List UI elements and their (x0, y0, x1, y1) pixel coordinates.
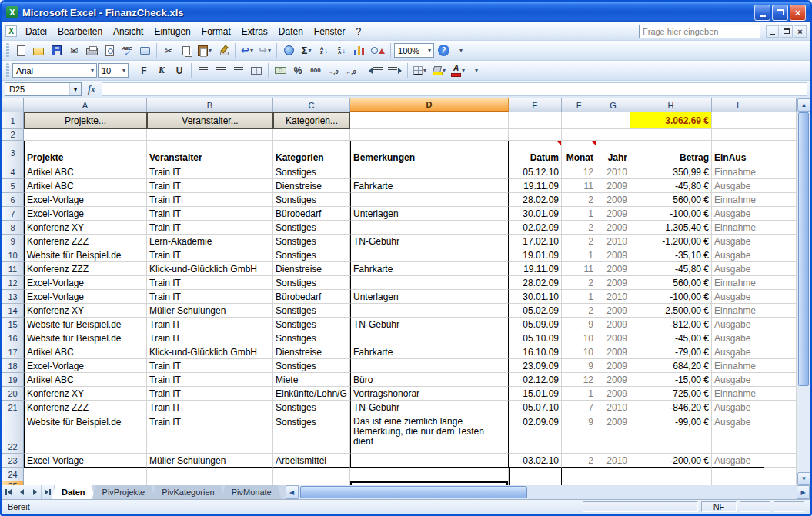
cell-kategorie-20[interactable]: Einkünfte/Lohn/G (273, 387, 350, 401)
cell-kategorie-16[interactable]: Sonstiges (273, 331, 350, 345)
cell-einaus-17[interactable]: Ausgabe (712, 345, 764, 359)
row-header-19[interactable]: 19 (2, 373, 24, 387)
insert-function-button[interactable]: fx (85, 84, 99, 95)
cell-veranstalter-9[interactable]: Lern-Akademie (147, 235, 273, 248)
row-header-3[interactable]: 3 (2, 141, 24, 165)
cell-filler-2[interactable] (764, 129, 797, 141)
cell-bemerkung-7[interactable]: Unterlagen (350, 207, 509, 221)
row-header-7[interactable]: 7 (2, 207, 24, 221)
cell-filler-1[interactable] (764, 112, 797, 129)
cell-einaus-5[interactable]: Ausgabe (712, 179, 764, 193)
select-all-button[interactable] (2, 98, 24, 112)
paste-button[interactable]: ▾ (195, 42, 214, 59)
cell-veranstalter-10[interactable]: Train IT (147, 248, 273, 262)
cell-filler-3[interactable] (764, 141, 797, 165)
cell-kategorie-19[interactable]: Miete (273, 373, 350, 387)
cell-kategorie-5[interactable]: Dienstreise (273, 179, 350, 193)
cell-datum-21[interactable]: 05.07.10 (509, 401, 562, 414)
cell-bemerkung-14[interactable] (350, 304, 509, 318)
row-header-1[interactable]: 1 (2, 112, 24, 129)
header-betrag[interactable]: Betrag (630, 141, 712, 165)
cell-betrag-7[interactable]: -100,00 € (630, 207, 712, 221)
hyperlink-button[interactable] (280, 42, 297, 59)
cell-monat-17[interactable]: 10 (562, 345, 596, 359)
help-button[interactable] (435, 42, 452, 59)
close-button[interactable]: × (790, 5, 806, 21)
cell-jahr-19[interactable]: 2009 (596, 373, 630, 387)
cell-kategorie-11[interactable]: Dienstreise (273, 262, 350, 276)
vertical-scrollbar-thumb[interactable] (798, 112, 809, 386)
cell-filler-10[interactable] (764, 248, 797, 262)
cell-filler-5[interactable] (764, 179, 797, 193)
cell-veranstalter-18[interactable]: Train IT (147, 359, 273, 373)
new-button[interactable] (12, 42, 29, 59)
cell-kategorie-12[interactable]: Sonstiges (273, 276, 350, 290)
column-header-C[interactable]: C (273, 98, 350, 112)
cell-kategorie-8[interactable]: Sonstiges (273, 221, 350, 235)
cell-monat-10[interactable]: 1 (562, 248, 596, 262)
cell-jahr-15[interactable]: 2009 (596, 318, 630, 331)
row-header-4[interactable]: 4 (2, 165, 24, 179)
column-header-I[interactable]: I (712, 98, 764, 112)
font-select[interactable]: Arial▾ (12, 63, 97, 78)
cell-einaus-19[interactable]: Ausgabe (712, 373, 764, 387)
menu-extras[interactable]: Extras (236, 24, 273, 39)
cell-einaus-23[interactable]: Ausgabe (712, 454, 764, 468)
cell-H2[interactable] (630, 129, 712, 141)
cell-monat-14[interactable]: 2 (562, 304, 596, 318)
cell-veranstalter-6[interactable]: Train IT (147, 193, 273, 207)
cell-bemerkung-22[interactable]: Das ist eine ziemlich lange Bemerkung, d… (350, 414, 509, 454)
workbook-restore-button[interactable] (780, 25, 793, 38)
cell-projekt-10[interactable]: Website für Beispiel.de (24, 248, 147, 262)
cell-kategorie-9[interactable]: Sonstiges (273, 235, 350, 248)
column-header-F[interactable]: F (562, 98, 596, 112)
row-header-10[interactable]: 10 (2, 248, 24, 262)
cut-button[interactable]: ✂ (160, 42, 177, 59)
help-question-input[interactable]: Frage hier eingeben (639, 25, 760, 38)
cell-E1[interactable] (509, 112, 562, 129)
cell-kategorie-18[interactable]: Sonstiges (273, 359, 350, 373)
first-sheet-button[interactable] (2, 485, 15, 499)
cell-einaus-18[interactable]: Einnahme (712, 359, 764, 373)
zoom-select[interactable]: 100%▾ (394, 43, 434, 58)
cell-filler-15[interactable] (764, 318, 797, 331)
tab-pivprojekte[interactable]: PivProjekte (92, 485, 155, 499)
decrease-decimal-button[interactable] (343, 62, 359, 79)
toolbar-drag-handle[interactable] (6, 63, 9, 78)
cell-jahr-22[interactable]: 2009 (596, 414, 630, 454)
autosum-button[interactable]: Σ▾ (298, 42, 315, 59)
align-right-button[interactable] (230, 62, 247, 79)
cell-datum-13[interactable]: 30.01.10 (509, 290, 562, 304)
sort-ascending-button[interactable]: ↓ (316, 42, 332, 59)
cell-filler-22[interactable] (764, 414, 797, 454)
cell-veranstalter-17[interactable]: Klick-und-Glücklich GmbH (147, 345, 273, 359)
cell-betrag-13[interactable]: -100,00 € (630, 290, 712, 304)
cell-jahr-4[interactable]: 2010 (596, 165, 630, 179)
align-left-button[interactable] (195, 62, 212, 79)
cell-bemerkung-18[interactable] (350, 359, 509, 373)
cell-filler-7[interactable] (764, 207, 797, 221)
font-size-select[interactable]: 10▾ (98, 63, 129, 78)
currency-style-button[interactable] (272, 62, 289, 79)
cell-datum-6[interactable]: 28.02.09 (509, 193, 562, 207)
header-einaus[interactable]: EinAus (712, 141, 764, 165)
menu-daten[interactable]: Daten (273, 24, 309, 39)
cell-betrag-19[interactable]: -15,00 € (630, 373, 712, 387)
scroll-down-button[interactable]: ▼ (797, 472, 810, 485)
cell-monat-5[interactable]: 11 (562, 179, 596, 193)
cell-projekt-25[interactable] (24, 481, 147, 485)
cell-kategorie-22[interactable]: Sonstiges (273, 414, 350, 454)
header-monat[interactable]: Monat (562, 141, 596, 165)
cell-datum-17[interactable]: 16.10.09 (509, 345, 562, 359)
font-color-button[interactable]: ▾ (449, 62, 467, 79)
cell-C2[interactable] (273, 129, 350, 141)
cell-kategorie-17[interactable]: Dienstreise (273, 345, 350, 359)
row-header-18[interactable]: 18 (2, 359, 24, 373)
cell-projekt-21[interactable]: Konferenz ZZZ (24, 401, 147, 414)
cell-betrag-23[interactable]: -200,00 € (630, 454, 712, 468)
menu-hilfe[interactable]: ? (351, 24, 367, 39)
thousands-separator-button[interactable]: 000 (307, 62, 324, 79)
cell-einaus-22[interactable]: Ausgabe (712, 414, 764, 454)
cell-kategorie-14[interactable]: Sonstiges (273, 304, 350, 318)
cell-betrag-4[interactable]: 350,99 € (630, 165, 712, 179)
